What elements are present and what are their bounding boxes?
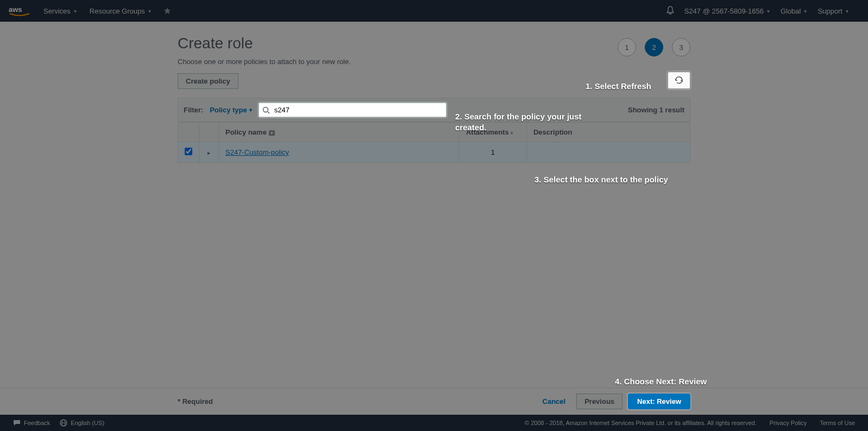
top-nav: aws Services ▾ Resource Groups ▾ S247 @ …	[0, 0, 868, 22]
caret-down-icon: ▾	[148, 8, 151, 14]
terms-of-use-link[interactable]: Terms of Use	[820, 420, 855, 426]
nav-services[interactable]: Services ▾	[43, 7, 77, 15]
nav-resource-groups[interactable]: Resource Groups ▾	[90, 7, 151, 15]
language-label: English (US)	[71, 420, 104, 426]
previous-button[interactable]: Previous	[576, 394, 622, 409]
aws-logo: aws	[9, 4, 30, 17]
filter-type-dropdown[interactable]: Policy type ▾	[210, 106, 252, 114]
col-attachments[interactable]: Attachments ▾	[459, 123, 526, 142]
nav-resource-groups-label: Resource Groups	[90, 7, 145, 15]
col-attachments-label: Attachments	[466, 128, 509, 136]
filter-type-label: Policy type	[210, 106, 247, 114]
main-container: 1 2 3 Create role Choose one or more pol…	[178, 35, 690, 163]
refresh-row	[178, 72, 690, 89]
caret-down-icon: ▾	[249, 107, 252, 113]
page-subtitle: Choose one or more policies to attach to…	[178, 58, 690, 66]
nav-region[interactable]: Global ▾	[781, 7, 807, 15]
page-body: 1 2 3 Create role Choose one or more pol…	[0, 22, 868, 415]
col-checkbox	[178, 123, 199, 142]
svg-line-2	[268, 112, 269, 113]
filter-bar: Filter: Policy type ▾ Showing 1 result	[178, 98, 690, 122]
caret-down-icon: ▾	[74, 8, 77, 14]
col-policy-name-label: Policy name	[225, 128, 267, 136]
row-checkbox[interactable]	[185, 148, 192, 155]
policy-table: Policy name ▾ Attachments ▾ Description …	[178, 122, 690, 163]
filter-label: Filter:	[184, 106, 203, 114]
language-selector[interactable]: English (US)	[60, 419, 104, 427]
sort-caret-icon: ▾	[269, 130, 275, 136]
table-row[interactable]: ▸ S247-Custom-policy 1	[178, 142, 690, 163]
search-box	[259, 103, 446, 117]
col-expand	[199, 123, 219, 142]
step-1[interactable]: 1	[618, 38, 636, 56]
refresh-icon	[675, 76, 683, 85]
nav-support-label: Support	[817, 7, 842, 15]
chat-icon	[13, 419, 21, 427]
step-3[interactable]: 3	[672, 38, 690, 56]
next-review-button[interactable]: Next: Review	[628, 394, 690, 409]
copyright-text: © 2008 - 2018, Amazon Internet Services …	[525, 420, 757, 426]
row-attachments: 1	[491, 148, 495, 156]
nav-account[interactable]: S247 @ 2567-5809-1656 ▾	[684, 7, 770, 15]
svg-point-1	[263, 107, 268, 112]
search-input[interactable]	[259, 103, 446, 117]
col-description-label: Description	[533, 128, 573, 136]
pin-icon[interactable]	[164, 8, 171, 14]
policy-name-link[interactable]: S247-Custom-policy	[225, 148, 289, 156]
feedback-link[interactable]: Feedback	[13, 419, 50, 427]
caret-down-icon: ▾	[846, 8, 848, 14]
nav-support[interactable]: Support ▾	[817, 7, 848, 15]
caret-down-icon: ▾	[767, 8, 770, 14]
col-description[interactable]: Description	[526, 123, 690, 142]
notification-bell-icon[interactable]	[666, 6, 675, 16]
caret-down-icon: ▾	[804, 8, 807, 14]
nav-region-label: Global	[781, 7, 801, 15]
legal-footer: Feedback English (US) © 2008 - 2018, Ama…	[0, 415, 868, 431]
search-icon	[262, 106, 270, 114]
nav-account-label: S247 @ 2567-5809-1656	[684, 7, 764, 15]
required-label: * Required	[178, 397, 213, 405]
showing-results: Showing 1 result	[628, 106, 684, 114]
expand-caret-icon[interactable]: ▸	[207, 150, 210, 156]
globe-icon	[60, 419, 67, 427]
step-indicator: 1 2 3	[618, 38, 690, 56]
nav-services-label: Services	[43, 7, 71, 15]
step-2[interactable]: 2	[645, 38, 663, 56]
refresh-button[interactable]	[668, 72, 690, 89]
page-title: Create role	[178, 35, 690, 52]
svg-text:aws: aws	[9, 5, 22, 14]
cancel-button[interactable]: Cancel	[543, 397, 566, 405]
action-footer: * Required Cancel Previous Next: Review	[0, 388, 868, 415]
sort-caret-icon: ▾	[511, 130, 513, 136]
privacy-policy-link[interactable]: Privacy Policy	[770, 420, 807, 426]
feedback-label: Feedback	[24, 420, 50, 426]
col-policy-name[interactable]: Policy name ▾	[219, 123, 460, 142]
create-policy-button[interactable]: Create policy	[178, 73, 238, 89]
